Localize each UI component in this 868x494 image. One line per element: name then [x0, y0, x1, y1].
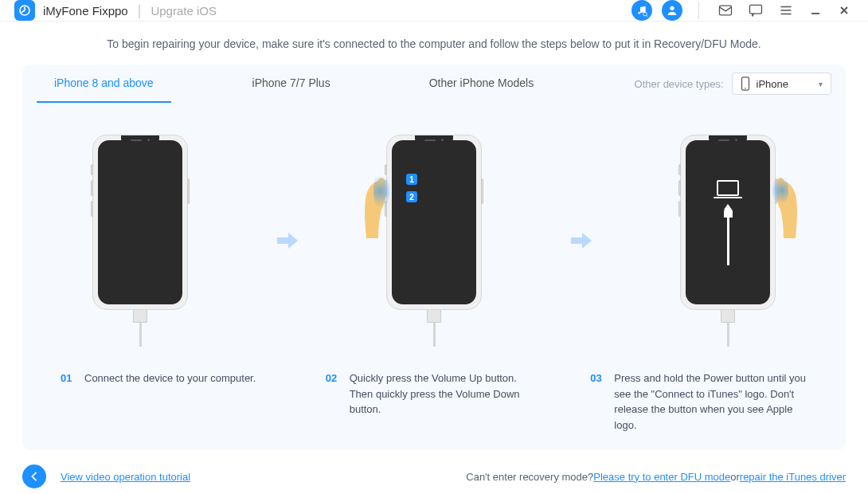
step1-caption: 01 Connect the device to your computer.	[61, 370, 278, 433]
step1-illustration	[61, 135, 220, 347]
menu-icon[interactable]	[776, 0, 796, 21]
svg-rect-4	[750, 5, 762, 14]
titlebar: iMyFone Fixppo | Upgrate iOS	[0, 0, 868, 22]
arrow-right-icon	[568, 231, 595, 250]
tab-label: iPhone 7/7 Plus	[252, 76, 330, 89]
step-text: Press and hold the Power button until yo…	[614, 370, 807, 433]
intro-text: To begin repairing your device, make sur…	[22, 37, 846, 50]
app-title: iMyFone Fixppo	[43, 4, 128, 18]
breadcrumb: Upgrate iOS	[151, 4, 217, 18]
video-tutorial-link[interactable]: View video operation tutorial	[61, 471, 190, 483]
instruction-panel: iPhone 8 and above iPhone 7/7 Plus Other…	[22, 65, 846, 450]
chevron-down-icon: ▾	[819, 80, 823, 88]
step3-illustration	[648, 135, 807, 347]
step-number: 01	[61, 370, 76, 433]
footer: View video operation tutorial Can't ente…	[0, 450, 868, 494]
arrow-right-icon	[274, 231, 301, 250]
connect-itunes-icon	[686, 140, 770, 304]
breadcrumb-separator: |	[138, 2, 142, 19]
device-type-label: Other device types:	[635, 78, 724, 90]
step-badge-2: 2	[406, 191, 417, 202]
step2-illustration: 1 2	[354, 135, 514, 347]
steps-illustrations: 1 2	[37, 103, 831, 363]
tab-label: iPhone 8 and above	[54, 76, 154, 89]
device-select-value: iPhone	[757, 78, 788, 90]
step3-caption: 03 Press and hold the Power button until…	[590, 370, 807, 433]
svg-point-2	[670, 6, 674, 10]
back-button[interactable]	[22, 465, 46, 488]
tab-other-iphone[interactable]: Other iPhone Models	[412, 65, 552, 103]
tab-iphone7[interactable]: iPhone 7/7 Plus	[235, 65, 348, 103]
footer-or: or	[730, 471, 740, 483]
step-captions: 01 Connect the device to your computer. …	[37, 363, 831, 433]
step-number: 03	[590, 370, 606, 433]
device-select[interactable]: iPhone ▾	[732, 73, 831, 95]
step2-caption: 02 Quickly press the Volume Up button. T…	[326, 370, 543, 433]
feedback-icon[interactable]	[745, 0, 766, 21]
device-type-chooser: Other device types: iPhone ▾	[635, 73, 831, 95]
main-content: To begin repairing your device, make sur…	[0, 22, 868, 450]
step-text: Quickly press the Volume Up button. Then…	[350, 370, 543, 433]
account-icon[interactable]	[662, 0, 682, 21]
dfu-mode-link[interactable]: Please try to enter DFU mode	[593, 471, 730, 483]
cable-icon	[133, 310, 147, 347]
footer-help-text: Can't enter recovery mode?	[466, 471, 593, 483]
titlebar-actions	[631, 0, 854, 21]
tab-iphone8-above[interactable]: iPhone 8 and above	[37, 65, 171, 103]
tab-label: Other iPhone Models	[429, 76, 534, 89]
app-logo	[14, 0, 35, 21]
cable-icon	[427, 310, 441, 347]
tabs-row: iPhone 8 and above iPhone 7/7 Plus Other…	[37, 65, 831, 103]
svg-rect-3	[720, 6, 732, 15]
step-number: 02	[326, 370, 342, 433]
close-button[interactable]	[835, 1, 854, 20]
step-text: Connect the device to your computer.	[84, 370, 256, 433]
step-badge-1: 1	[406, 174, 417, 185]
cable-icon	[721, 310, 735, 347]
mail-icon[interactable]	[715, 0, 736, 21]
repair-driver-link[interactable]: repair the iTunes driver	[740, 471, 846, 483]
music-icon[interactable]	[631, 0, 652, 21]
minimize-button[interactable]	[806, 1, 825, 20]
svg-point-6	[745, 88, 746, 89]
